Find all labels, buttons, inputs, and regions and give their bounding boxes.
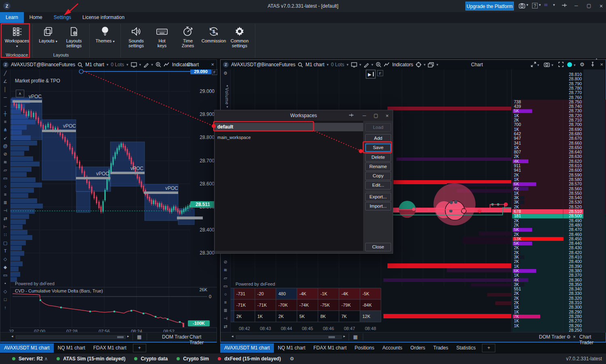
scroll-right-icon[interactable]: ▸	[127, 334, 129, 338]
language-caret-icon[interactable]: ▾	[553, 3, 555, 7]
dialog-close-icon[interactable]: ×	[385, 113, 389, 119]
import-button[interactable]: Import...	[365, 202, 391, 210]
dom-close-icon[interactable]: ×	[573, 334, 576, 340]
target-icon[interactable]	[416, 62, 421, 67]
indicators-icon[interactable]	[384, 62, 390, 67]
status-gear-icon[interactable]: ⚙	[290, 356, 294, 362]
pencil-icon[interactable]	[143, 62, 149, 67]
status-item-server-r2[interactable]: Server: R2 ∧	[12, 356, 48, 362]
tab-avaxusdt-m1-chart-left[interactable]: AVAXUSDT M1 chart	[0, 343, 54, 353]
close-window-icon[interactable]: ×	[600, 3, 603, 9]
status-item-crypto-data[interactable]: Crypto data	[134, 356, 168, 362]
timeframe-selector[interactable]: M1 chart	[85, 62, 104, 67]
ribbon-tab-license-information[interactable]: License information	[77, 12, 130, 23]
screens-icon[interactable]	[351, 62, 357, 67]
tool-icon-26[interactable]: •	[4, 281, 6, 286]
dialog-pin-icon[interactable]	[349, 113, 354, 118]
target-caret-icon[interactable]: ▾	[424, 63, 426, 67]
timeframe-selector[interactable]: M1 chart	[305, 62, 324, 67]
indicators-button[interactable]: Indicators	[392, 62, 413, 67]
pencil-caret-icon[interactable]: ▾	[371, 63, 373, 67]
status-item-dxfeed-15-min-delayed-[interactable]: dxFeed (15-min delayed)	[218, 356, 281, 362]
help-caret-icon[interactable]: ▾	[539, 3, 541, 7]
close-button[interactable]: Close	[365, 243, 391, 251]
tool-icon-17[interactable]: ⊣	[3, 208, 7, 213]
rename-button[interactable]: Rename	[365, 162, 391, 171]
tool-icon-7[interactable]: ⋔	[3, 127, 7, 133]
tool-icon-20[interactable]: ∷	[4, 232, 7, 238]
collapse-profile-icon[interactable]: ∧	[16, 90, 24, 97]
tool-icon-4[interactable]: ○	[224, 292, 227, 297]
calendar-icon[interactable]: ▦	[353, 334, 358, 340]
screenshot-icon[interactable]	[519, 3, 525, 8]
pencil-caret-icon[interactable]: ▾	[151, 63, 153, 67]
scroll-right-icon[interactable]: ▸	[343, 334, 345, 338]
calendar-icon[interactable]: ▦	[137, 334, 141, 340]
status-caret-icon[interactable]: ▾	[574, 63, 576, 67]
tab-fdax-m1-chart-left[interactable]: FDAX M1 chart	[89, 343, 130, 353]
tool-icon-8[interactable]: ⇄	[223, 324, 227, 329]
search-icon[interactable]	[298, 62, 303, 67]
tool-icon-2[interactable]: │	[4, 87, 7, 92]
panel-close-icon[interactable]: ×	[600, 61, 603, 67]
chart-trader-toggle[interactable]: Chart Trader	[189, 334, 217, 345]
panel-gear-icon[interactable]: ⚙	[223, 71, 227, 76]
dom-settings-gear-icon[interactable]: ⚙	[566, 334, 571, 340]
load-button[interactable]: Load	[365, 123, 391, 132]
tool-icon-27[interactable]: ◇	[4, 289, 7, 294]
dom-trader-toggle[interactable]: DOM Trader	[539, 334, 566, 340]
status-item-crypto-sim[interactable]: Crypto Sim	[177, 356, 209, 362]
add-tab-button-left[interactable]: +	[133, 344, 146, 352]
layers-caret-icon[interactable]: ▾	[436, 63, 438, 67]
tab-orders-right[interactable]: Orders	[406, 343, 429, 353]
ribbon-item-sounds-settings[interactable]: Soundssettings	[123, 24, 149, 48]
camera-caret-icon[interactable]: ▾	[551, 63, 553, 67]
status-circle-icon[interactable]	[567, 62, 572, 67]
instrument-selector[interactable]: AVAXUSDT@BinanceFutures	[11, 62, 75, 67]
dom-trader-toggle[interactable]: DOM Trader	[162, 334, 189, 340]
tool-icon-13[interactable]: ▭	[3, 176, 7, 181]
fullscreen-icon[interactable]	[558, 62, 564, 67]
tab-accounts-right[interactable]: Accounts	[378, 343, 406, 353]
tool-icon-16[interactable]: ≣	[3, 200, 7, 205]
tool-icon-5[interactable]: ┼	[4, 111, 7, 116]
workspace-item-default[interactable]: default	[215, 123, 363, 131]
copy-button[interactable]: Copy	[365, 172, 391, 180]
tool-icon-7[interactable]: ⊣	[223, 316, 227, 321]
tool-icon-3[interactable]: ▭	[223, 284, 227, 289]
edit-button[interactable]: Edit...	[365, 181, 391, 189]
save-button[interactable]: Save	[365, 143, 391, 152]
tool-icon-2[interactable]: ▱	[224, 276, 227, 281]
ribbon-item-hot-keys[interactable]: Hotkeys	[149, 24, 175, 48]
delete-button[interactable]: Delete	[365, 153, 391, 162]
search-icon[interactable]	[78, 62, 83, 67]
ribbon-tab-learn[interactable]: Learn	[0, 12, 24, 23]
tool-icon-15[interactable]: ≡	[4, 192, 6, 197]
tool-icon-3[interactable]: ─	[4, 95, 7, 100]
timeframe-caret-icon[interactable]: ▾	[107, 63, 109, 67]
tool-icon-19[interactable]: ⊢	[3, 224, 7, 229]
ribbon-item-commission[interactable]: $Commission	[201, 24, 227, 43]
status-item-atas-sim-15-min-delayed-[interactable]: ATAS Sim (15-min delayed)	[57, 356, 125, 362]
chart-trader-toggle[interactable]: Chart Trader	[579, 334, 606, 345]
add-button[interactable]: Add	[365, 134, 391, 143]
tool-icon-0[interactable]: ╱	[4, 71, 7, 76]
help-icon[interactable]: ?	[532, 3, 538, 8]
zoom-icon[interactable]	[156, 62, 161, 67]
add-tab-button-right[interactable]: +	[482, 344, 495, 352]
instrument-selector[interactable]: AVAXUSDT@BinanceFutures	[231, 62, 295, 67]
tool-icon-10[interactable]: ⊘	[3, 151, 7, 157]
tool-icon-18[interactable]: ⇄	[3, 216, 7, 221]
screens-caret-icon[interactable]: ▾	[360, 63, 362, 67]
workspace-item-main_workspace[interactable]: main_workspace	[215, 133, 363, 142]
tool-icon-11[interactable]: ≋	[3, 160, 7, 165]
tool-icon-9[interactable]: @	[3, 143, 7, 149]
restore-panel-icon[interactable]	[531, 62, 536, 67]
tool-icon-12[interactable]: ▱	[4, 168, 7, 173]
panel-close-icon[interactable]: ×	[211, 61, 214, 67]
indicators-icon[interactable]	[164, 62, 170, 67]
screens-icon[interactable]	[131, 62, 137, 67]
lots-caret-icon[interactable]: ▾	[347, 63, 349, 67]
tab-statistics-right[interactable]: Statistics	[452, 343, 480, 353]
left-chart-canvas[interactable]: vPOCvPOCvPOCvPOCvPOC29.00028.90028.80028…	[0, 60, 217, 333]
